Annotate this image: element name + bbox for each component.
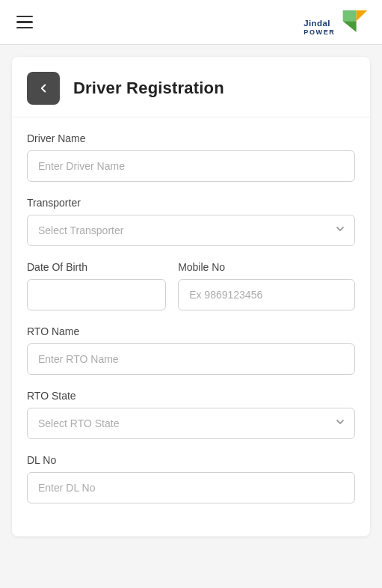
app-header: Jindal POWER <box>0 0 382 45</box>
dl-no-group: DL No <box>27 454 355 503</box>
rto-name-input[interactable] <box>27 343 355 375</box>
driver-name-label: Driver Name <box>27 132 355 144</box>
dob-label: Date Of Birth <box>27 261 166 273</box>
rto-name-label: RTO Name <box>27 325 355 337</box>
dob-group: Date Of Birth <box>27 261 166 310</box>
svg-marker-1 <box>357 10 368 21</box>
card-header: Driver Registration <box>12 57 370 117</box>
dl-no-input[interactable] <box>27 472 355 503</box>
svg-text:POWER: POWER <box>304 28 335 36</box>
mobile-no-group: Mobile No <box>178 261 355 310</box>
rto-state-label: RTO State <box>27 390 355 402</box>
rto-state-select-wrapper: Select RTO State <box>27 408 355 439</box>
rto-name-group: RTO Name <box>27 325 355 375</box>
hamburger-menu-icon[interactable] <box>13 13 36 32</box>
driver-name-group: Driver Name <box>27 132 355 182</box>
dob-mobile-row: Date Of Birth Mobile No <box>27 261 355 310</box>
transporter-select[interactable]: Select Transporter <box>27 215 355 246</box>
svg-marker-2 <box>343 21 357 32</box>
transporter-select-wrapper: Select Transporter <box>27 215 355 246</box>
mobile-no-label: Mobile No <box>178 261 355 273</box>
page-title: Driver Registration <box>73 79 224 98</box>
transporter-label: Transporter <box>27 197 355 209</box>
svg-marker-0 <box>343 10 357 21</box>
dl-no-label: DL No <box>27 454 355 466</box>
driver-name-input[interactable] <box>27 150 355 182</box>
back-button[interactable] <box>27 72 60 105</box>
rto-state-select[interactable]: Select RTO State <box>27 408 355 439</box>
transporter-group: Transporter Select Transporter <box>27 197 355 246</box>
jindal-power-logo: Jindal POWER <box>301 7 369 37</box>
svg-text:Jindal: Jindal <box>304 18 330 27</box>
dob-input[interactable] <box>27 279 166 310</box>
logo: Jindal POWER <box>301 7 369 37</box>
driver-registration-card: Driver Registration Driver Name Transpor… <box>12 57 370 536</box>
rto-state-group: RTO State Select RTO State <box>27 390 355 439</box>
mobile-no-input[interactable] <box>178 279 355 310</box>
registration-form: Driver Name Transporter Select Transport… <box>12 117 370 503</box>
